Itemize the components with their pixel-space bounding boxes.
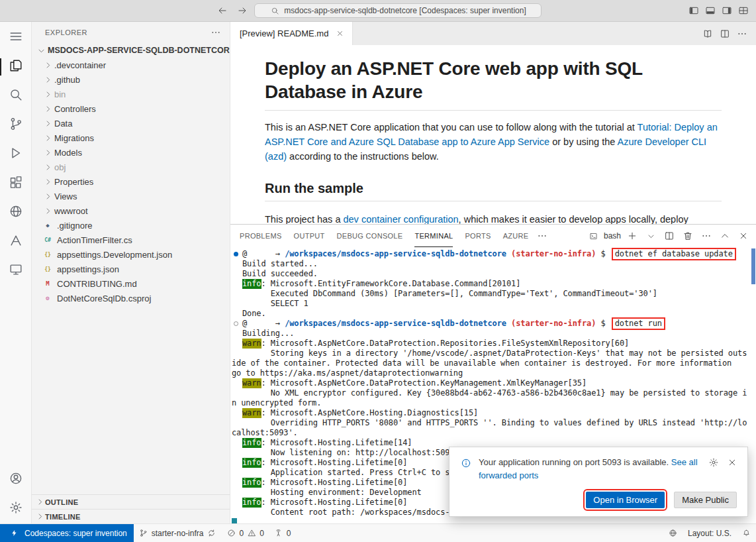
git-file-icon: ◆ — [42, 222, 53, 229]
kill-terminal-icon[interactable] — [681, 229, 695, 243]
doc-title: Deploy an ASP.NET Core web app with SQL … — [265, 57, 722, 111]
notification-close-icon[interactable] — [725, 455, 739, 470]
json-file-icon: {} — [42, 266, 53, 272]
close-tab-icon[interactable] — [334, 28, 346, 40]
activity-bar-item-search[interactable] — [0, 81, 32, 111]
tree-item-appsettings-json[interactable]: {}appsettings.json — [32, 262, 230, 276]
tree-item-models[interactable]: Models — [32, 145, 230, 160]
tree-item-label: appsettings.json — [57, 264, 119, 274]
panel-tab-azure[interactable]: AZURE — [503, 225, 529, 247]
warnings-count: 0 — [260, 529, 264, 538]
tree-item-wwwroot[interactable]: wwwroot — [32, 203, 230, 218]
outline-section[interactable]: OUTLINE — [32, 494, 230, 509]
tree-item-appsettings-development-json[interactable]: {}appsettings.Development.json — [32, 247, 230, 262]
feedback-status[interactable] — [663, 524, 683, 542]
layout-status[interactable]: Layout: U.S. — [683, 524, 736, 542]
terminal-line — [232, 517, 756, 523]
activity-bar-item-azure[interactable] — [0, 227, 32, 256]
tree-item-label: DotNetCoreSqlDb.csproj — [57, 294, 151, 303]
panel-more-tabs-icon[interactable] — [535, 229, 549, 243]
command-center-search[interactable]: msdocs-app-service-sqldb-dotnetcore [Cod… — [254, 3, 542, 18]
activity-bar-item-remote-explorer[interactable] — [0, 256, 32, 286]
tree-item-label: Data — [54, 119, 72, 129]
tree-item-label: Views — [54, 191, 77, 201]
tree-item-label: Controllers — [54, 104, 96, 114]
extensions-icon — [9, 175, 23, 192]
activity-bar-item-account[interactable] — [0, 465, 32, 494]
activity-bar-item-browser[interactable] — [0, 198, 32, 227]
problems-status[interactable]: 0 0 — [221, 524, 268, 542]
explorer-more-actions-icon[interactable] — [209, 25, 223, 40]
forward-icon[interactable] — [235, 3, 250, 18]
tree-item--devcontainer[interactable]: .devcontainer — [32, 58, 230, 72]
menu-icon — [9, 29, 23, 46]
panel-more-actions-icon[interactable] — [699, 229, 714, 243]
panel-tab-output[interactable]: OUTPUT — [294, 225, 325, 247]
terminal-dropdown-icon[interactable] — [643, 229, 658, 243]
tree-item--gitignore[interactable]: ◆.gitignore — [32, 218, 230, 233]
new-terminal-icon[interactable] — [625, 229, 639, 243]
tree-item-views[interactable]: Views — [32, 189, 230, 203]
editor-more-actions-icon[interactable] — [735, 27, 749, 41]
close-panel-icon[interactable] — [736, 229, 751, 243]
panel-tab-ports[interactable]: PORTS — [465, 225, 491, 247]
ports-status[interactable]: 0 — [269, 524, 296, 542]
tree-item-label: ActionTimerFilter.cs — [57, 235, 132, 245]
command-decoration-icon[interactable] — [234, 252, 238, 256]
customize-layout-icon[interactable] — [736, 3, 751, 18]
chevron-right-icon — [42, 205, 53, 216]
maximize-panel-icon[interactable] — [718, 229, 732, 243]
activity-bar-item-extensions[interactable] — [0, 169, 32, 198]
panel-tab-terminal[interactable]: TERMINAL — [414, 225, 453, 247]
branch-icon — [138, 528, 149, 539]
make-public-button[interactable]: Make Public — [674, 492, 737, 508]
terminal-scrollbar[interactable] — [751, 248, 755, 284]
timeline-section[interactable]: TIMELINE — [32, 509, 230, 523]
activity-bar-item-run-debug[interactable] — [0, 140, 32, 169]
tab-readme-preview[interactable]: [Preview] README.md — [230, 22, 353, 45]
terminal-line: ide of the container. Protected data wil… — [232, 358, 756, 368]
chevron-right-icon — [42, 118, 53, 129]
tree-item-migrations[interactable]: Migrations — [32, 131, 230, 145]
open-preview-icon[interactable] — [700, 27, 715, 41]
activity-bar-item-source-control[interactable] — [0, 111, 32, 140]
tree-root-folder[interactable]: MSDOCS-APP-SERVICE-SQLDB-DOTNETCORE [... — [32, 43, 230, 58]
markdown-link[interactable]: dev container configuration — [343, 214, 458, 224]
terminal-line: @ → /workspaces/msdocs-app-service-sqldb… — [232, 249, 756, 259]
remote-indicator[interactable]: Codespaces: super invention — [0, 524, 134, 542]
tree-item-dotnetcoresqldb-csproj[interactable]: ⚙DotNetCoreSqlDb.csproj — [32, 291, 230, 305]
remote-explorer-icon — [9, 262, 23, 280]
panel-tab-debug-console[interactable]: DEBUG CONSOLE — [337, 225, 403, 247]
terminal-line: Build succeeded. — [232, 269, 756, 279]
terminal-line: Executed DbCommand (30ms) [Parameters=[]… — [232, 289, 756, 299]
search-icon — [9, 87, 23, 105]
tree-item-label: Migrations — [54, 133, 94, 143]
tree-item--github[interactable]: .github — [32, 72, 230, 87]
notification-settings-icon[interactable] — [706, 455, 721, 470]
doc-subtitle: Run the sample — [265, 181, 722, 201]
command-decoration-icon[interactable] — [234, 321, 238, 326]
activity-bar-item-explorer[interactable] — [0, 52, 32, 81]
activity-bar-item-menu[interactable] — [0, 23, 32, 52]
toggle-panel-icon[interactable] — [703, 3, 718, 18]
tree-item-actiontimerfilter-cs[interactable]: C#ActionTimerFilter.cs — [32, 233, 230, 247]
tree-item-controllers[interactable]: Controllers — [32, 101, 230, 116]
tree-item-bin[interactable]: bin — [32, 87, 230, 101]
notifications-bell[interactable] — [736, 524, 756, 542]
activity-bar-item-settings[interactable] — [0, 494, 32, 523]
split-terminal-icon[interactable] — [662, 229, 677, 243]
tree-item-properties[interactable]: Properties — [32, 174, 230, 189]
terminal-instance-bash[interactable]: bash — [587, 229, 621, 243]
chevron-right-icon — [42, 133, 53, 143]
toggle-sidebar-icon[interactable] — [686, 3, 701, 18]
panel-tab-problems[interactable]: PROBLEMS — [240, 225, 282, 247]
split-editor-icon[interactable] — [718, 27, 732, 41]
open-in-browser-button[interactable]: Open in Browser — [586, 492, 665, 508]
back-icon[interactable] — [215, 3, 230, 18]
toggle-secondary-sidebar-icon[interactable] — [720, 3, 734, 18]
tree-item-contributing-md[interactable]: MCONTRIBUTING.md — [32, 276, 230, 291]
tree-item-data[interactable]: Data — [32, 116, 230, 131]
branch-status[interactable]: starter-no-infra — [134, 524, 222, 542]
chevron-right-icon — [34, 512, 45, 522]
tree-item-obj[interactable]: obj — [32, 160, 230, 174]
